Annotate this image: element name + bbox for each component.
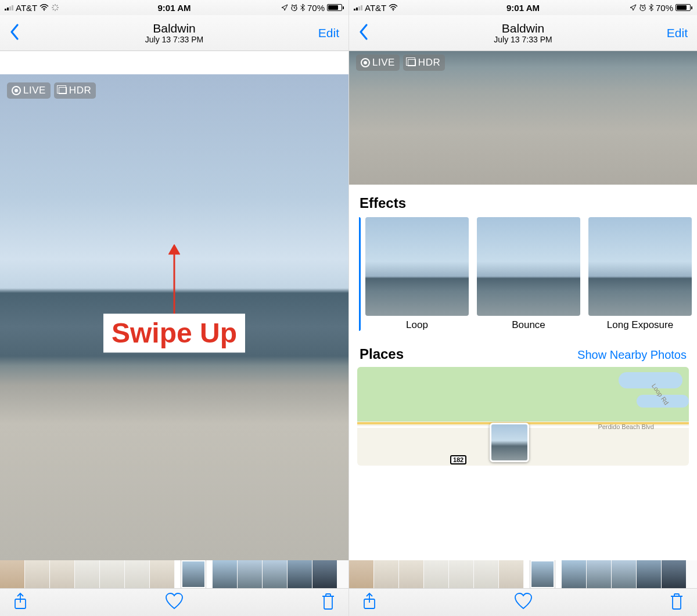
nav-bar: Baldwin July 13 7:33 PM Edit [349,15,697,51]
thumb[interactable] [263,560,287,588]
effect-long-exposure[interactable]: Long Exposure [588,217,692,331]
bottom-toolbar [349,588,697,616]
thumb[interactable] [399,560,423,588]
selected-effect-edge [357,217,361,331]
status-bar: AT&T 9:01 AM 70% [349,0,697,15]
effect-bounce[interactable]: Bounce [477,217,580,331]
thumb[interactable] [474,560,498,588]
thumb[interactable] [25,560,49,588]
battery-icon [327,4,344,11]
phone-left: AT&T 9:01 AM 70% Baldwin July 13 7:33 PM… [0,0,348,616]
phone-right: AT&T 9:01 AM 70% Baldwin July 13 7:33 PM… [348,0,697,616]
live-badge: LIVE [356,55,400,71]
effect-thumb [365,217,469,316]
hdr-badge: HDR [54,82,96,99]
hdr-badge: HDR [403,55,445,71]
hdr-icon [59,87,67,94]
effect-label: Bounce [477,316,580,331]
favorite-button[interactable] [165,593,184,613]
thumb-selected[interactable] [530,560,555,588]
effects-row[interactable]: Loop Bounce Long Exposure [349,217,697,331]
effect-label: Long Exposure [588,316,692,331]
clock: 9:01 AM [349,3,697,13]
thumb[interactable] [0,560,24,588]
nav-bar: Baldwin July 13 7:33 PM Edit [0,15,348,51]
thumb[interactable] [562,560,586,588]
thumb[interactable] [213,560,237,588]
live-icon [12,86,21,95]
effects-heading: Effects [349,185,697,217]
photo-badges: LIVE HDR [356,55,445,71]
highway-badge: 182 [450,455,466,464]
favorite-button[interactable] [514,593,533,613]
live-badge: LIVE [7,82,51,99]
effect-thumb [477,217,580,316]
swipe-up-annotation: Swipe Up [103,314,245,352]
map-photo-pin[interactable] [490,423,529,462]
thumbnail-strip[interactable] [349,560,697,588]
places-heading: Places [360,346,404,362]
status-bar: AT&T 9:01 AM 70% [0,0,348,15]
edit-button[interactable]: Edit [667,26,688,40]
thumb[interactable] [238,560,262,588]
thumb[interactable] [100,560,124,588]
thumb[interactable] [312,560,337,588]
nav-title: Baldwin [0,21,348,35]
bottom-toolbar [0,588,348,616]
thumbnail-strip[interactable] [0,560,348,588]
back-button[interactable] [358,23,369,43]
thumb[interactable] [424,560,448,588]
places-map[interactable]: Loop Rd Perdido Beach Blvd 182 [357,367,689,466]
nav-subtitle: July 13 7:33 PM [349,35,697,44]
live-icon [361,58,370,67]
thumb[interactable] [50,560,74,588]
nav-title: Baldwin [349,21,697,35]
thumb[interactable] [288,560,312,588]
thumb-selected[interactable] [181,560,206,588]
thumb[interactable] [374,560,398,588]
battery-icon [676,4,692,11]
photo-details-panel[interactable]: Effects Loop Bounce Long Exposure Places… [349,185,697,560]
thumb[interactable] [349,560,373,588]
thumb[interactable] [637,560,661,588]
photo-preview[interactable]: LIVE HDR [349,51,697,185]
photo-image [349,51,697,185]
thumb[interactable] [150,560,174,588]
nav-subtitle: July 13 7:33 PM [0,35,348,44]
thumb[interactable] [662,560,686,588]
share-button[interactable] [13,592,28,613]
photo-badges: LIVE HDR [7,82,96,99]
delete-button[interactable] [321,593,336,613]
edit-button[interactable]: Edit [318,26,339,40]
show-nearby-link[interactable]: Show Nearby Photos [577,348,687,362]
effect-thumb [588,217,692,316]
share-button[interactable] [362,592,377,613]
delete-button[interactable] [669,593,684,613]
thumb[interactable] [499,560,523,588]
photo-viewer[interactable]: LIVE HDR Swipe Up [0,74,348,560]
effect-loop[interactable]: Loop [365,217,469,331]
thumb[interactable] [587,560,611,588]
thumb[interactable] [75,560,99,588]
effect-label: Loop [365,316,469,331]
back-button[interactable] [9,23,20,43]
thumb[interactable] [125,560,149,588]
stage-top-margin [0,51,348,74]
clock: 9:01 AM [0,3,348,13]
hdr-icon [408,59,416,66]
thumb[interactable] [612,560,636,588]
map-road-label: Perdido Beach Blvd [598,423,654,430]
thumb[interactable] [449,560,473,588]
